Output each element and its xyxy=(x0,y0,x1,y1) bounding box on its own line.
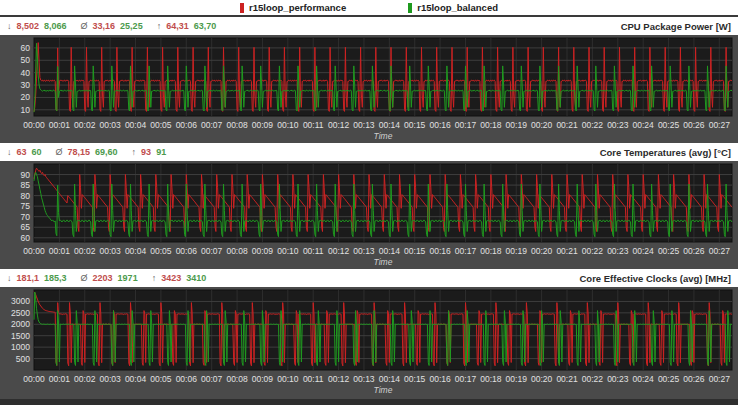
min-performance-value: 181,1 xyxy=(17,273,40,283)
svg-text:00:08: 00:08 xyxy=(226,374,248,384)
legend-label-balanced: r15loop_balanced xyxy=(417,2,498,13)
svg-text:00:01: 00:01 xyxy=(49,246,71,256)
svg-text:00:14: 00:14 xyxy=(379,246,401,256)
svg-text:00:18: 00:18 xyxy=(480,120,502,130)
svg-text:00:05: 00:05 xyxy=(150,374,172,384)
svg-text:00:18: 00:18 xyxy=(480,374,502,384)
chart-section-core-temps: ↓ 63 60 Ø 78,15 69,60 ↑ 93 91 Core Tempe… xyxy=(0,143,738,269)
series-stats-cpu-power: ↓ 8,502 8,066 Ø 33,16 25,25 ↑ 64,31 63,7… xyxy=(7,21,225,31)
x-axis-label: Time xyxy=(374,257,393,267)
svg-text:00:21: 00:21 xyxy=(556,246,578,256)
max-balanced-value: 91 xyxy=(156,147,166,157)
svg-text:00:16: 00:16 xyxy=(429,246,451,256)
svg-text:00:11: 00:11 xyxy=(303,374,324,384)
max-performance-value: 64,31 xyxy=(166,21,189,31)
chart-panel-core-temps: 6065707580859000:0000:0100:0200:0300:040… xyxy=(0,161,738,269)
avg-icon: Ø xyxy=(81,21,88,31)
svg-text:00:07: 00:07 xyxy=(201,246,223,256)
min-icon: ↓ xyxy=(7,21,12,31)
svg-text:00:01: 00:01 xyxy=(49,374,71,384)
max-icon: ↑ xyxy=(132,147,137,157)
svg-text:00:05: 00:05 xyxy=(150,246,172,256)
x-axis-label: Time xyxy=(374,385,393,395)
chart-section-core-clocks: ↓ 181,1 185,3 Ø 2203 1971 ↑ 3423 3410 Co… xyxy=(0,269,738,399)
svg-text:00:25: 00:25 xyxy=(658,120,680,130)
min-balanced-value: 185,3 xyxy=(44,273,67,283)
max-balanced-value: 63,70 xyxy=(194,21,217,31)
y-axis-tick-labels: 60657075808590 xyxy=(21,170,31,243)
svg-text:00:24: 00:24 xyxy=(633,374,655,384)
avg-performance-value: 2203 xyxy=(93,273,113,283)
svg-text:00:25: 00:25 xyxy=(658,246,680,256)
max-balanced-value: 3410 xyxy=(186,273,206,283)
stats-row-core-temps: ↓ 63 60 Ø 78,15 69,60 ↑ 93 91 Core Tempe… xyxy=(0,143,738,161)
svg-text:50: 50 xyxy=(21,55,31,65)
svg-text:00:13: 00:13 xyxy=(353,120,375,130)
svg-text:00:10: 00:10 xyxy=(277,246,299,256)
svg-text:00:21: 00:21 xyxy=(556,120,578,130)
svg-text:00:06: 00:06 xyxy=(176,374,198,384)
avg-balanced-value: 25,25 xyxy=(120,21,143,31)
core-effective-clocks-chart: 5001000150020002500300000:0000:0100:0200… xyxy=(0,287,738,399)
svg-text:00:06: 00:06 xyxy=(176,246,198,256)
svg-text:60: 60 xyxy=(21,43,31,53)
svg-text:1500: 1500 xyxy=(11,331,30,341)
cpu-package-power-chart: 10203040506000:0000:0100:0200:0300:0400:… xyxy=(0,35,738,143)
svg-text:90: 90 xyxy=(21,170,31,180)
svg-text:70: 70 xyxy=(21,212,31,222)
svg-text:1000: 1000 xyxy=(11,342,30,352)
svg-text:00:24: 00:24 xyxy=(633,246,655,256)
svg-text:00:16: 00:16 xyxy=(429,120,451,130)
svg-text:00:05: 00:05 xyxy=(150,120,172,130)
max-performance-value: 93 xyxy=(141,147,151,157)
chart-title-core-clocks: Core Effective Clocks (avg) [MHz] xyxy=(579,273,731,284)
chart-panel-core-clocks: 5001000150020002500300000:0000:0100:0200… xyxy=(0,287,738,399)
svg-text:10: 10 xyxy=(21,105,31,115)
min-icon: ↓ xyxy=(7,273,12,283)
performance-series-marker xyxy=(240,3,244,13)
svg-text:00:12: 00:12 xyxy=(328,374,350,384)
x-axis-label: Time xyxy=(374,131,393,141)
svg-text:00:03: 00:03 xyxy=(100,120,122,130)
svg-text:00:16: 00:16 xyxy=(429,374,451,384)
svg-text:00:17: 00:17 xyxy=(455,374,477,384)
svg-text:00:27: 00:27 xyxy=(709,246,731,256)
svg-text:00:02: 00:02 xyxy=(74,120,96,130)
svg-text:00:02: 00:02 xyxy=(74,246,96,256)
svg-text:40: 40 xyxy=(21,68,31,78)
legend-label-performance: r15loop_performance xyxy=(249,2,346,13)
chart-title-core-temps: Core Temperatures (avg) [°C] xyxy=(600,147,731,158)
svg-text:00:26: 00:26 xyxy=(683,374,705,384)
svg-text:00:08: 00:08 xyxy=(226,120,248,130)
svg-text:00:17: 00:17 xyxy=(455,246,477,256)
svg-text:00:03: 00:03 xyxy=(100,246,122,256)
svg-text:00:24: 00:24 xyxy=(633,120,655,130)
svg-text:00:15: 00:15 xyxy=(404,246,426,256)
legend-item-performance[interactable]: r15loop_performance xyxy=(240,2,346,13)
svg-text:00:10: 00:10 xyxy=(277,374,299,384)
svg-text:00:22: 00:22 xyxy=(582,374,604,384)
plot-area xyxy=(34,290,732,370)
chart-panel-cpu-power: 10203040506000:0000:0100:0200:0300:0400:… xyxy=(0,35,738,143)
x-axis-tick-labels: 00:0000:0100:0200:0300:0400:0500:0600:07… xyxy=(23,120,730,130)
svg-text:00:19: 00:19 xyxy=(506,246,528,256)
window-edge xyxy=(0,399,738,405)
svg-text:00:15: 00:15 xyxy=(404,374,426,384)
svg-text:00:25: 00:25 xyxy=(658,374,680,384)
avg-balanced-value: 69,60 xyxy=(95,147,118,157)
min-performance-value: 63 xyxy=(17,147,27,157)
svg-text:2000: 2000 xyxy=(11,319,30,329)
series-stats-core-temps: ↓ 63 60 Ø 78,15 69,60 ↑ 93 91 xyxy=(7,147,175,157)
max-icon: ↑ xyxy=(157,21,162,31)
svg-text:00:07: 00:07 xyxy=(201,120,223,130)
legend-bar: r15loop_performance r15loop_balanced xyxy=(0,0,738,17)
max-performance-value: 3423 xyxy=(161,273,181,283)
svg-text:00:19: 00:19 xyxy=(506,374,528,384)
svg-text:00:11: 00:11 xyxy=(303,246,324,256)
svg-text:00:13: 00:13 xyxy=(353,374,375,384)
svg-text:00:14: 00:14 xyxy=(379,120,401,130)
svg-text:00:27: 00:27 xyxy=(709,374,731,384)
min-icon: ↓ xyxy=(7,147,12,157)
core-temperatures-chart: 6065707580859000:0000:0100:0200:0300:040… xyxy=(0,161,738,269)
legend-item-balanced[interactable]: r15loop_balanced xyxy=(408,2,498,13)
